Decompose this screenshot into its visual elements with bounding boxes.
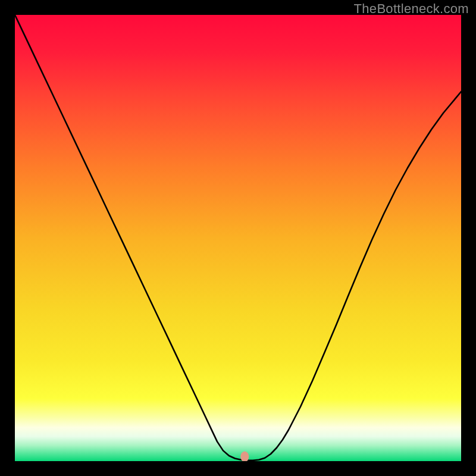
- chart-background: [15, 15, 461, 461]
- chart-svg: [15, 15, 461, 461]
- chart-container: TheBottleneck.com: [0, 0, 476, 476]
